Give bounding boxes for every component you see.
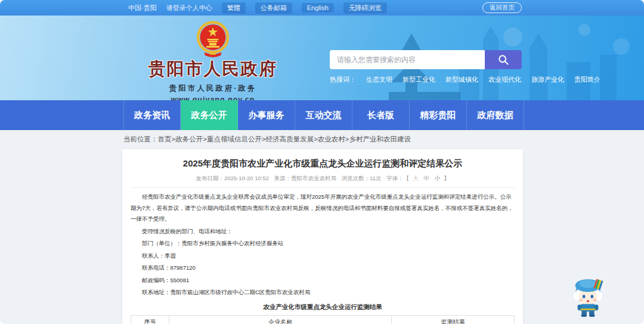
search-button[interactable] xyxy=(485,50,522,69)
hot-search-item[interactable]: 旅游产业化 xyxy=(531,75,564,84)
site-title: 贵阳市人民政府 xyxy=(148,57,278,81)
paragraph: 经贵阳市农业产业化市级重点龙头企业联席会议成员单位审定，现对2025年开展的农业… xyxy=(131,192,515,225)
hot-search-item[interactable]: 新型城镇化 xyxy=(445,75,478,84)
nav-tab-zhengwu-zixun[interactable]: 政务资讯 xyxy=(123,100,181,130)
article-source: 来源：贵阳市农业农村局 xyxy=(274,175,337,181)
hot-search-item[interactable]: 贵阳简介 xyxy=(574,75,600,84)
font-size-label-end: 】 xyxy=(444,175,450,181)
site-header-banner: 贵阳市人民政府 贵阳市人民政府·政务 www.guiyang.gov.cn 热搜… xyxy=(0,16,644,100)
link-china-guiyang[interactable]: 中国·贵阳 xyxy=(128,4,157,13)
site-logo-block[interactable]: 贵阳市人民政府 贵阳市人民政府·政务 www.guiyang.gov.cn xyxy=(150,20,275,104)
col-header-index: 序号 xyxy=(131,315,169,324)
view-count: 浏览次数：11次 xyxy=(342,175,382,181)
hot-search-row: 热搜词： 生态文明 新型工业化 新型城镇化 农业现代化 旅游产业化 贵阳简介 xyxy=(330,75,522,84)
search-block: 热搜词： 生态文明 新型工业化 新型城镇化 农业现代化 旅游产业化 贵阳简介 xyxy=(330,50,522,84)
nav-tab-zhangzheban[interactable]: 长者版 xyxy=(352,100,410,130)
nav-tab-zhengwu-gongkai[interactable]: 政务公开 xyxy=(181,100,238,130)
col-header-result: 监测结果 xyxy=(392,315,515,324)
paragraph: 受理情况反映的部门、电话和地址： xyxy=(131,226,515,237)
article-title: 2025年度贵阳市农业产业化市级重点龙头企业运行监测和评定结果公示 xyxy=(131,158,515,169)
font-size-large-button[interactable]: 大 xyxy=(413,175,419,181)
official-mailbox-link[interactable]: 公务邮箱 xyxy=(255,2,292,14)
traditional-chinese-link[interactable]: 繁體 xyxy=(222,2,246,14)
nav-tab-zhengfu-shuju[interactable]: 政府数据 xyxy=(467,100,524,130)
publish-date: 发布日期：2025-10-20 10:52 xyxy=(196,175,269,181)
search-icon xyxy=(497,54,509,66)
hot-search-label: 热搜词： xyxy=(330,75,356,84)
site-subtitle: 贵阳市人民政府·政务 xyxy=(169,84,257,94)
guiyang-gov-page: 中国·贵阳 请登录个人中心 繁體 公务邮箱 English 无障碍浏览 返回首页 xyxy=(0,0,644,324)
monitoring-result-table: 序号 企业名称 监测结果 1 贵州合力超市采购有限公司 合格 2 贵州友禾种业有… xyxy=(131,315,515,324)
article-meta: 发布日期：2025-10-20 10:52 来源：贵阳市农业农村局 浏览次数：1… xyxy=(131,175,515,188)
nav-tab-jingcai-guiyang[interactable]: 精彩贵阳 xyxy=(410,100,467,130)
breadcrumb: 当前位置：首页>政务公开>重点领域信息公开>经济高质量发展>农业农村>乡村产业和… xyxy=(123,135,411,144)
col-header-company: 企业名称 xyxy=(169,315,392,324)
nav-tab-hudong-jiaoliu[interactable]: 互动交流 xyxy=(295,100,352,130)
paragraph: 联系地址：贵阳市观山湖区市级行政中心二期C区贵阳市农业农村局 xyxy=(131,287,515,298)
national-emblem-icon xyxy=(194,20,231,57)
table-caption: 农业产业化市级重点龙头企业运行监测结果 xyxy=(131,303,515,311)
paragraph: 部门（单位）：贵阳市乡村振兴服务中心农村经济服务站 xyxy=(131,238,515,249)
top-utility-bar: 中国·贵阳 请登录个人中心 繁體 公务邮箱 English 无障碍浏览 返回首页 xyxy=(0,0,644,16)
table-header-row: 序号 企业名称 监测结果 xyxy=(131,315,515,324)
article-card: 2025年度贵阳市农业产业化市级重点龙头企业运行监测和评定结果公示 发布日期：2… xyxy=(122,149,523,324)
font-size-medium-button[interactable]: 中 xyxy=(423,175,429,181)
font-size-label: 字体：【 xyxy=(386,175,409,181)
paragraph: 联系电话：87987120 xyxy=(131,263,515,274)
main-navbar: 政务资讯 政务公开 办事服务 互动交流 长者版 精彩贵阳 政府数据 xyxy=(0,100,644,130)
return-home-button[interactable]: 返回首页 xyxy=(482,2,522,13)
nav-tab-banshi-fuwu[interactable]: 办事服务 xyxy=(238,100,295,130)
assistant-mascot[interactable] xyxy=(569,274,606,317)
topbar-links: 中国·贵阳 请登录个人中心 繁體 公务邮箱 English 无障碍浏览 xyxy=(128,2,387,14)
login-personal-center-link[interactable]: 请登录个人中心 xyxy=(166,4,212,13)
hot-search-item[interactable]: 生态文明 xyxy=(366,75,392,84)
hot-search-item[interactable]: 农业现代化 xyxy=(488,75,521,84)
english-link[interactable]: English xyxy=(302,3,334,13)
hot-search-item[interactable]: 新型工业化 xyxy=(402,75,435,84)
breadcrumb-path[interactable]: 首页>政务公开>重点领域信息公开>经济高质量发展>农业农村>乡村产业和农田建设 xyxy=(158,135,411,143)
paragraph: 联系人：李霞 xyxy=(131,251,515,262)
accessibility-link[interactable]: 无障碍浏览 xyxy=(343,2,387,14)
paragraph: 邮政编码：550081 xyxy=(131,275,515,286)
search-input[interactable] xyxy=(330,50,485,69)
article-body: 经贵阳市农业产业化市级重点龙头企业联席会议成员单位审定，现对2025年开展的农业… xyxy=(131,192,515,298)
breadcrumb-label: 当前位置： xyxy=(123,135,158,143)
font-size-small-button[interactable]: 小 xyxy=(435,175,441,181)
